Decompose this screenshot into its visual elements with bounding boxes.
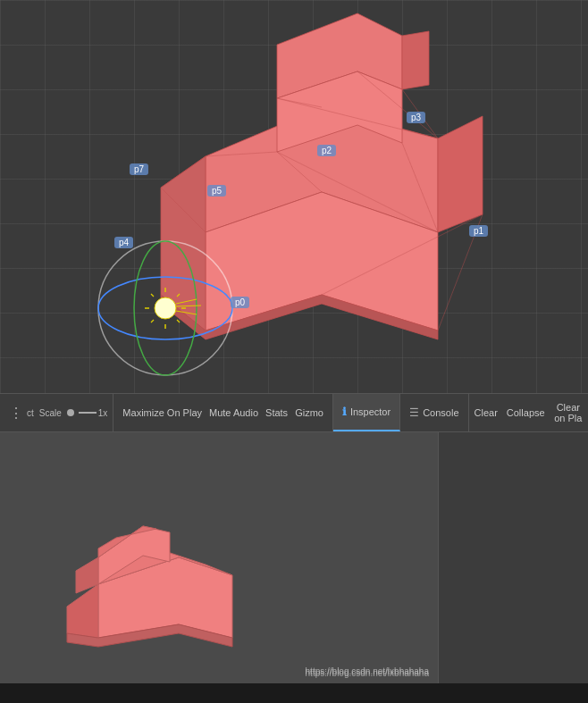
point-p4: p4 — [114, 237, 133, 248]
bottom-viewport[interactable]: https://blog.csdn.net/lxbhahaha — [0, 432, 438, 683]
mute-audio-button[interactable]: Mute Audio — [206, 406, 262, 420]
more-button[interactable]: ⋮ — [5, 405, 27, 422]
point-p5: p5 — [207, 185, 226, 197]
url-watermark: https://blog.csdn.net/lxbhahaha — [306, 666, 429, 676]
clear-button[interactable]: Clear — [469, 407, 503, 418]
svg-marker-1 — [438, 116, 483, 232]
maximize-on-play-button[interactable]: Maximize On Play — [119, 406, 206, 420]
svg-marker-36 — [67, 584, 98, 638]
point-p0: p0 — [231, 297, 249, 308]
top-viewport[interactable]: p3 p2 p7 p5 p1 p4 p0 — [0, 0, 588, 393]
inspector-tab-label: Inspector — [350, 406, 391, 417]
scale-dot — [67, 409, 74, 416]
svg-line-30 — [177, 320, 180, 322]
svg-marker-6 — [402, 31, 429, 89]
tab-console[interactable]: ☰ Console — [400, 394, 468, 431]
scale-value: 1x — [98, 408, 108, 418]
scale-line — [79, 412, 97, 414]
bottom-right-panel — [438, 432, 588, 683]
svg-line-29 — [151, 294, 154, 297]
point-p3: p3 — [407, 112, 425, 123]
point-p2: p2 — [317, 145, 336, 156]
mode-label: ct — [27, 408, 34, 418]
info-icon: ℹ — [342, 406, 347, 418]
console-icon: ☰ — [409, 406, 419, 419]
toolbar-middle: Maximize On Play Mute Audio Stats Gizmo — [113, 394, 333, 431]
svg-point-23 — [155, 297, 176, 319]
tab-panel: ℹ Inspector ☰ Console Clear Collapse Cle… — [333, 394, 588, 431]
toolbar: ⋮ ct Scale 1x Maximize On Play Mute Audi… — [0, 393, 588, 432]
scale-label: Scale — [39, 408, 62, 418]
gizmo-button[interactable]: Gizmo — [291, 406, 327, 420]
svg-line-31 — [151, 320, 154, 322]
clear-on-play-button[interactable]: Clear on Pla — [549, 402, 588, 423]
collapse-button[interactable]: Collapse — [503, 407, 549, 418]
point-p7: p7 — [130, 163, 148, 175]
console-tab-label: Console — [423, 407, 458, 418]
toolbar-left: ⋮ ct Scale 1x — [0, 394, 113, 431]
point-p1: p1 — [469, 225, 488, 237]
tab-inspector[interactable]: ℹ Inspector — [333, 394, 400, 431]
stats-button[interactable]: Stats — [262, 406, 291, 420]
bottom-area: https://blog.csdn.net/lxbhahaha — [0, 432, 588, 683]
